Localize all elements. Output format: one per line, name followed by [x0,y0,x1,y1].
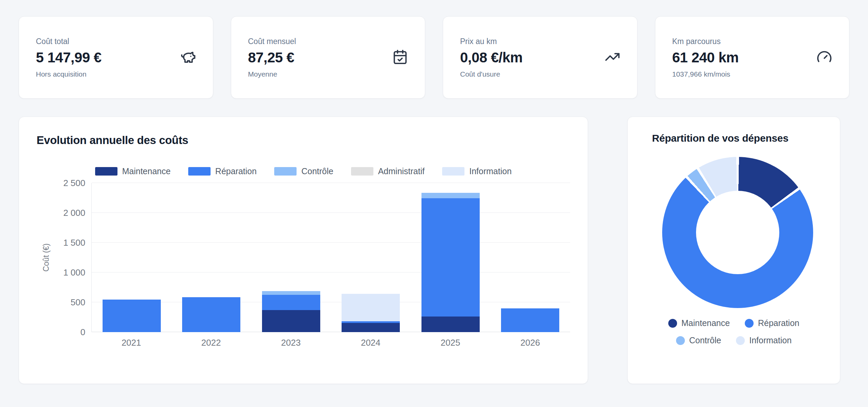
bar-2026 [501,308,559,332]
stat-sub: 1037,966 km/mois [672,70,739,78]
y-tick-label: 2 000 [63,208,85,218]
y-tick-label: 1 500 [63,238,85,248]
bar-segment [421,198,480,317]
y-tick-label: 0 [81,327,85,338]
donut-legend-dot [668,319,677,328]
donut-legend-dot [745,319,754,328]
y-axis-ticks: 0 500 1 000 1 500 2 000 2 500 [56,183,91,332]
legend-item: Information [442,166,512,176]
bar-2025 [421,193,480,332]
stat-value: 5 147,99 € [36,49,102,66]
stat-text: Coût mensuel 87,25 € Moyenne [248,37,296,78]
bar-chart-legend: Maintenance Réparation Contrôle Administ… [37,166,570,176]
bar-slot [172,183,252,332]
x-axis-label: 2024 [331,338,411,348]
stat-card: Km parcourus 61 240 km 1037,966 km/mois [655,16,850,99]
legend-label: Information [469,166,512,176]
stats-row: Coût total 5 147,99 € Hors acquisition C… [19,16,849,99]
stat-label: Coût mensuel [248,37,296,46]
y-tick-label: 2 500 [63,178,85,188]
legend-label: Contrôle [301,166,333,176]
stat-card: Coût total 5 147,99 € Hors acquisition [19,16,213,99]
bar-segment [182,297,240,332]
legend-swatch [95,167,117,176]
legend-item: Réparation [188,166,257,176]
donut-legend-item: Réparation [745,318,799,328]
trending-up-icon [605,49,620,66]
bar-2023 [262,291,320,332]
legend-item: Administratif [351,166,425,176]
donut-legend-dot [676,336,685,345]
bar-chart-area: Coût (€) 0 500 1 000 1 500 2 000 2 500 [37,183,570,332]
legend-swatch [274,167,297,176]
donut-legend-item: Contrôle [676,335,721,345]
donut-legend: Maintenance Réparation Contrôle Informat… [641,318,826,345]
main-row: Evolution annuelle des coûts Maintenance… [19,117,849,384]
dashboard: Coût total 5 147,99 € Hors acquisition C… [0,0,868,384]
bar-segment [262,310,320,332]
y-axis-title-label: Coût (€) [42,243,51,271]
bar-2021 [103,300,161,332]
legend-label: Administratif [378,166,425,176]
donut-legend-item: Maintenance [668,318,730,328]
bar-slot [411,183,491,332]
legend-item: Maintenance [95,166,171,176]
bar-2024 [342,294,400,332]
y-tick-label: 500 [71,297,85,308]
legend-label: Réparation [215,166,257,176]
bar-chart-plot [91,183,570,332]
bar-slot [491,183,570,332]
bars [92,183,570,332]
bar-slot [331,183,411,332]
legend-swatch [188,167,211,176]
stat-text: Prix au km 0,08 €/km Coût d'usure [460,37,523,78]
legend-swatch [442,167,464,176]
x-axis-label: 2022 [171,338,251,348]
legend-item: Contrôle [274,166,333,176]
stat-text: Km parcourus 61 240 km 1037,966 km/mois [672,37,739,78]
bar-chart-title: Evolution annuelle des coûts [37,134,570,147]
expenses-breakdown-card: Répartition de vos dépenses Maintenance … [627,117,840,384]
bar-2022 [182,297,240,332]
stat-label: Km parcourus [672,37,739,46]
donut-chart [662,157,813,308]
donut-legend-label: Information [749,335,791,345]
stat-value: 0,08 €/km [460,49,523,66]
x-axis-label: 2026 [490,338,570,348]
donut-legend-dot [736,336,745,345]
stat-label: Coût total [36,37,102,46]
bar-segment [342,323,400,332]
stat-value: 87,25 € [248,49,296,66]
donut-legend-row: Contrôle Information [676,335,792,345]
bar-segment [421,193,480,198]
bar-segment [342,294,400,321]
bar-segment [262,291,320,295]
stat-value: 61 240 km [672,49,739,66]
piggy-bank-icon [180,49,196,66]
x-axis-label: 2025 [411,338,491,348]
bar-slot [92,183,172,332]
donut-legend-label: Contrôle [689,335,721,345]
bar-segment [103,300,161,332]
donut-legend-label: Réparation [758,318,799,328]
legend-swatch [351,167,373,176]
y-tick-label: 1 000 [63,267,85,278]
bar-slot [251,183,331,332]
x-axis-label: 2023 [251,338,331,348]
calendar-check-icon [392,49,408,66]
donut-legend-item: Information [736,335,791,345]
gauge-icon [817,49,832,66]
donut-legend-label: Maintenance [681,318,730,328]
stat-text: Coût total 5 147,99 € Hors acquisition [36,37,102,78]
bar-segment [421,317,480,332]
stat-sub: Moyenne [248,70,296,78]
x-axis-labels: 2021 2022 2023 2024 2025 2026 [91,338,570,348]
stat-card: Prix au km 0,08 €/km Coût d'usure [443,16,637,99]
donut-legend-row: Maintenance Réparation [668,318,799,328]
stat-card: Coût mensuel 87,25 € Moyenne [231,16,426,99]
stat-sub: Hors acquisition [36,70,102,78]
y-axis-title: Coût (€) [37,183,56,332]
stat-label: Prix au km [460,37,523,46]
bar-segment [262,295,320,310]
bar-segment [501,308,559,332]
